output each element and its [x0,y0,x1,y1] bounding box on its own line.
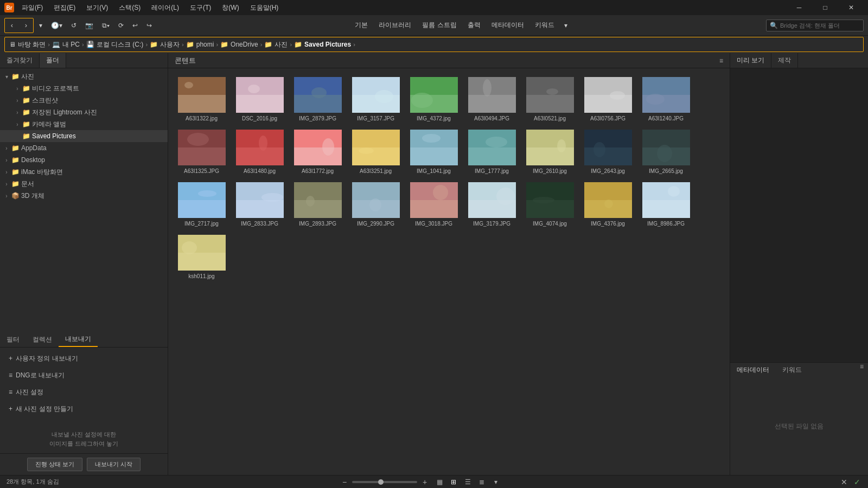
thumbnail-item[interactable]: A63I3251.jpg [347,126,404,177]
new-photo-settings-btn[interactable]: + 새 사진 설정 만들기 [4,402,163,416]
tab-preview[interactable]: 미리 보기 [730,53,771,68]
thumbnail-item[interactable]: A63I1480.jpg [231,126,288,177]
tab-produce[interactable]: 제작 [771,53,798,68]
mode-default[interactable]: 기본 [350,21,372,30]
bc-desktop[interactable]: 🖥 바탕 화면 [9,40,46,49]
tab-keyword[interactable]: 키워드 [776,363,808,377]
tree-item-desktop[interactable]: › 📁 Desktop [0,154,168,166]
tree-item-3d[interactable]: › 📦 3D 개체 [0,190,168,202]
thumbnail-item[interactable]: IMG_4376.jpg [579,178,636,230]
thumbnail-item[interactable]: IMG_4372.jpg [405,73,462,125]
thumbnail-item[interactable]: DSC_2016.jpg [231,73,288,125]
bc-user[interactable]: 📁 사용자 [150,40,180,49]
view-grid2-button[interactable]: ⊞ [448,477,459,487]
progress-view-button[interactable]: 진행 상태 보기 [27,458,82,471]
thumbnail-item[interactable]: A63I1240.JPG [637,73,694,125]
copy-button[interactable]: ⧉▾ [99,18,113,33]
mode-keyword[interactable]: 키워드 [531,21,559,30]
bc-photos[interactable]: 📁 사진 [264,40,288,49]
thumbnail-item[interactable]: IMG_1777.jpg [463,126,520,177]
rotate-left-button[interactable]: ↺ [68,18,80,33]
thumbnail-item[interactable]: IMG_2893.JPG [289,178,346,230]
mode-metadata[interactable]: 메타데이터 [487,21,528,30]
zoom-in-button[interactable]: + [420,478,429,486]
status-check-button[interactable]: ✓ [853,478,861,486]
export-photo-settings-btn[interactable]: ≡ 사진 설정 [4,386,163,399]
thumbnail-item[interactable]: IMG_2879.JPG [289,73,346,125]
menu-help[interactable]: 도움말(H) [247,2,282,14]
recent-button[interactable]: 🕐▾ [48,18,66,33]
zoom-slider[interactable] [352,481,417,483]
bc-mypc[interactable]: 💻 내 PC [52,40,80,49]
thumbnail-item[interactable]: IMG_4074.jpg [521,178,578,230]
tree-item-photos[interactable]: ▾ 📁 사진 [0,70,168,82]
view-detail-button[interactable]: ≣ [476,477,488,487]
thumbnail-item[interactable]: IMG_2610.jpg [521,126,578,177]
tab-folder[interactable]: 폴더 [40,53,66,68]
thumbnail-item[interactable]: IMG_3157.JPG [347,73,404,125]
thumbnail-item[interactable]: IMG_2990.JPG [347,178,404,230]
view-list-button[interactable]: ☰ [462,477,474,487]
tree-item-savedpictures[interactable]: 📁 Saved Pictures [0,130,168,142]
minimize-button[interactable]: ─ [787,0,812,15]
menu-edit[interactable]: 편집(E) [50,2,79,14]
thumbnail-item[interactable]: A63I0494.JPG [463,73,520,125]
thumbnail-item[interactable]: ksh011.jpg [173,231,230,282]
tab-metadata[interactable]: 메타데이터 [730,363,776,377]
undo-button[interactable]: ↩ [129,18,141,33]
open-camera-button[interactable]: 📷 [82,18,97,33]
tree-item-screenshot[interactable]: › 📁 스크린샷 [0,94,168,106]
tab-collection[interactable]: 컬렉션 [26,332,59,347]
bc-phomi[interactable]: 📁 phomi [186,41,214,48]
forward-button[interactable]: › [19,18,33,33]
maximize-button[interactable]: □ [813,0,838,15]
tree-item-camera[interactable]: › 📁 카메라 앨범 [0,118,168,130]
thumbnail-item[interactable]: IMG_3179.JPG [463,178,520,230]
thumbnail-item[interactable]: A63I1322.jpg [173,73,230,125]
tree-item-lightroom[interactable]: › 📁 저장된 Lightroom 사진 [0,106,168,118]
thumbnail-item[interactable]: IMG_3018.JPG [405,178,462,230]
thumbnail-item[interactable]: IMG_2665.jpg [637,126,694,177]
close-button[interactable]: ✕ [839,0,864,15]
bc-drive[interactable]: 💾 로컬 디스크 (C:) [86,40,144,49]
export-custom-btn[interactable]: + 사용자 정의 내보내기 [4,352,163,365]
menu-tool[interactable]: 도구(T) [187,2,214,14]
thumbnail-item[interactable]: IMG_2643.jpg [579,126,636,177]
search-input[interactable] [780,22,856,29]
thumbnail-item[interactable]: IMG_8986.JPG [637,178,694,230]
redo-button[interactable]: ↪ [143,18,155,33]
status-x-button[interactable]: ✕ [840,478,848,486]
thumbnail-item[interactable]: IMG_1041.jpg [405,126,462,177]
zoom-out-button[interactable]: − [340,478,349,486]
thumbnail-item[interactable]: A63I0756.JPG [579,73,636,125]
content-menu-icon[interactable]: ≡ [719,57,723,65]
view-grid-button[interactable]: ▦ [433,477,445,487]
export-start-button[interactable]: 내보내기 시작 [87,458,141,471]
export-dng-btn[interactable]: ≡ DNG로 내보내기 [4,369,163,382]
menu-stack[interactable]: 스택(S) [116,2,144,14]
nav-dropdown-button[interactable]: ▾ [36,18,46,33]
more-modes-button[interactable]: ▾ [561,18,571,33]
thumbnail-item[interactable]: IMG_2717.jpg [173,178,230,230]
thumbnail-item[interactable]: A63I1325.JPG [173,126,230,177]
menu-view[interactable]: 보기(V) [83,2,111,14]
bc-onedrive[interactable]: 📁 OneDrive [220,41,258,48]
menu-layer[interactable]: 레이어(L) [148,2,182,14]
menu-file[interactable]: 파일(F) [18,2,46,14]
mode-output[interactable]: 출력 [463,21,485,30]
thumbnail-item[interactable]: A63I1772.jpg [289,126,346,177]
menu-window[interactable]: 창(W) [219,2,242,14]
tree-item-docs[interactable]: › 📁 문서 [0,178,168,190]
bc-savedpictures[interactable]: 📁 Saved Pictures [294,41,351,48]
refresh-button[interactable]: ⟳ [115,18,127,33]
tab-filter[interactable]: 필터 [0,332,26,347]
zoom-thumb[interactable] [378,479,384,485]
metadata-menu-icon[interactable]: ≡ [856,363,868,377]
mode-library[interactable]: 라이브러리 [374,21,416,30]
tree-item-appdata[interactable]: › 📁 AppData [0,142,168,154]
back-button[interactable]: ‹ [5,18,19,33]
tab-export[interactable]: 내보내기 [59,332,98,347]
thumbnail-item[interactable]: A63I0521.jpg [521,73,578,125]
tab-favorites[interactable]: 즐겨찾기 [0,53,40,68]
view-more-button[interactable]: ▾ [490,477,502,487]
